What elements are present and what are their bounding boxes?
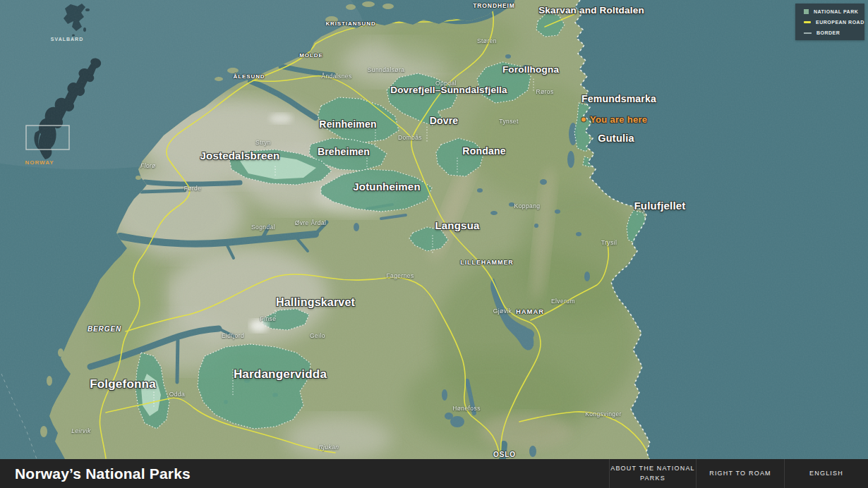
town-label-stryn: Stryn [255,139,271,146]
town-label-koppang: Koppang [514,202,541,209]
town-label-ndalsnes: Åndalsnes [321,73,351,80]
city-label-hamar: HAMAR [516,307,544,315]
town-label-kongsvinger: Kongsvinger [585,410,622,417]
norway-inset-label: NORWAY [25,159,54,166]
town-label-trysil: Trysil [601,239,617,246]
town-label-gj-vik: Gjøvik [493,307,512,315]
map-area[interactable]: You are here SVALBARD NORWAY Skarvan and… [0,0,868,459]
footer-spacer [191,459,609,488]
park-label-jotunheimen[interactable]: Jotunheimen [353,181,421,193]
park-label-langsua[interactable]: Langsua [435,219,479,231]
town-label-oppdal: Oppdal [435,80,457,87]
city-label-oslo: OSLO [493,451,516,458]
legend-item-park: NATIONAL PARK [804,9,864,14]
svalbard-inset-label: SVALBARD [51,37,83,42]
park-label-reinheimen[interactable]: Reinheimen [319,118,376,130]
town-label-st-ren: Støren [477,37,497,44]
town-label-eidfjord: Eidfjord [222,332,244,339]
city-label-lillehammer: LILLEHAMMER [460,259,513,266]
town-label-geilo: Geilo [310,332,325,339]
border-swatch-icon [804,32,812,34]
park-label-hallingskarvet[interactable]: Hallingskarvet [276,296,355,309]
town-label-elverum: Elverum [551,298,575,305]
page-title: Norway’s National Parks [0,465,191,482]
park-label-folgefonna[interactable]: Folgefonna [90,377,156,391]
park-label-fulufjellet[interactable]: Fulufjellet [634,200,685,212]
park-label-dovre[interactable]: Dovre [430,115,459,126]
you-are-here-dot-icon [581,117,586,121]
town-label-r-ros: Røros [536,88,553,95]
city-label-lesund: ÅLESUND [234,73,265,80]
town-label-h-nefoss: Hønefoss [452,405,481,412]
legend-item-border: BORDER [804,30,864,35]
town-label-domb-s: Dombås [398,134,422,141]
city-label-trondheim: TRONDHEIM [473,2,515,9]
town-label-finse: Finse [260,315,277,322]
town-label-leirvik: Leirvik [71,427,90,434]
park-label-breheimen[interactable]: Breheimen [318,146,370,157]
footer-menu-label: ENGLISH [809,469,843,479]
you-are-here-label: You are here [590,114,647,125]
town-label-vre-rdal: Øvre Årdal [295,219,327,226]
town-label-sunndals-ra: Sunndalsøra [368,66,405,73]
city-label-bergen: BERGEN [88,325,121,333]
park-label-skarvan-and-roltdalen[interactable]: Skarvan and Roltdalen [538,5,644,16]
town-label-sogndal: Sogndal [251,224,275,231]
legend-label: NATIONAL PARK [814,9,858,14]
national-parks-map-page: You are here SVALBARD NORWAY Skarvan and… [0,0,868,488]
town-label-flor: Florø [140,162,156,169]
park-label-hardangervidda[interactable]: Hardangervidda [234,367,327,382]
footer-menu-right-to-roam[interactable]: RIGHT TO ROAM [696,459,784,488]
legend-label: EUROPEAN ROAD [816,20,864,25]
footer-menu-english[interactable]: ENGLISH [784,459,868,488]
town-label-rjukan: Rjukan [319,444,339,451]
footer-menu-label: RIGHT TO ROAM [709,469,771,479]
legend-label: BORDER [816,30,840,35]
town-label-odda: Odda [169,391,185,398]
town-label-fagernes: Fagernes [386,272,414,279]
town-label-tynset: Tynset [499,118,518,125]
you-are-here-marker: You are here [581,114,647,125]
park-label-jostedalsbreen[interactable]: Jostedalsbreen [200,150,280,161]
town-label-f-rde: Førde [184,185,202,192]
park-label-forollhogna[interactable]: Forollhogna [502,64,559,75]
map-legend: NATIONAL PARKEUROPEAN ROADBORDER [795,4,864,40]
road-swatch-icon [804,21,811,23]
footer-bar: Norway’s National Parks ABOUT THE NATION… [0,459,868,488]
park-label-femundsmarka[interactable]: Femundsmarka [581,93,656,104]
city-label-kristiansund: KRISTIANSUND [325,20,375,27]
footer-menu-about-the-national-parks[interactable]: ABOUT THE NATIONAL PARKS [609,459,696,488]
footer-menu-label: ABOUT THE NATIONAL PARKS [610,464,696,483]
park-label-rondane[interactable]: Rondane [462,145,505,157]
park-swatch-icon [804,9,809,14]
city-label-molde: MOLDE [299,52,323,59]
park-label-gutulia[interactable]: Gutulia [598,133,634,144]
legend-item-road: EUROPEAN ROAD [804,20,864,25]
